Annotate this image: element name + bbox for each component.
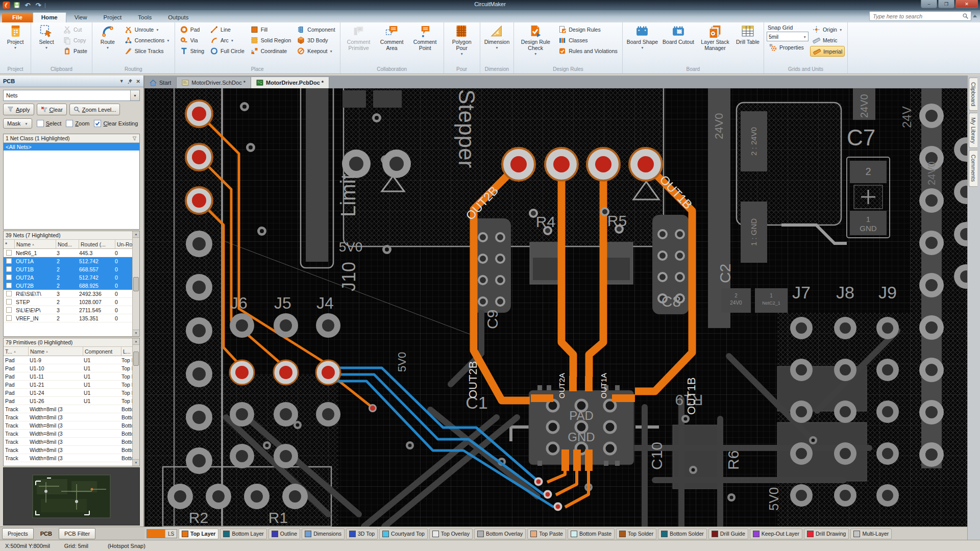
- nets-scrollbar[interactable]: ▲ ▼: [132, 231, 139, 336]
- table-row[interactable]: PadU1-24U1Top Lay: [4, 389, 133, 397]
- layer-tab-multi-layer[interactable]: Multi-Layer: [850, 529, 892, 539]
- primitives-scrollbar[interactable]: ▲ ▼: [132, 338, 139, 466]
- minimize-button[interactable]: –: [921, 0, 937, 8]
- metric-button[interactable]: Metric: [810, 35, 845, 45]
- doc-tab-schdoc[interactable]: MotorDriver.SchDoc *: [177, 77, 251, 88]
- table-row[interactable]: TrackWidth=8mil (3Bottom: [4, 413, 133, 421]
- table-row[interactable]: TrackWidth=8mil (3Bottom: [4, 405, 133, 413]
- copy-button[interactable]: Copy: [61, 35, 89, 45]
- zoom-level-button[interactable]: Zoom Level...: [69, 104, 120, 115]
- layer-tab-outline[interactable]: Outline: [268, 529, 300, 539]
- select-checkbox-row[interactable]: Select: [37, 120, 62, 127]
- layer-tab-bottom-paste[interactable]: Bottom Paste: [568, 529, 615, 539]
- scrollbar-thumb[interactable]: [133, 352, 139, 366]
- layer-tab-keep-out[interactable]: Keep-Out Layer: [750, 529, 802, 539]
- row-checkbox[interactable]: [6, 299, 12, 305]
- layer-tab-courtyard-top[interactable]: Courtyard Top: [379, 529, 428, 539]
- col-nodes[interactable]: Nod...: [56, 240, 79, 248]
- layer-tab-bottom-solder[interactable]: Bottom Solder: [658, 529, 707, 539]
- tab-comments[interactable]: Comments: [969, 150, 977, 186]
- maximize-button[interactable]: ❐: [938, 0, 954, 8]
- comment-point-button[interactable]: Comment Point: [409, 23, 441, 65]
- col-type[interactable]: T...▲: [4, 347, 29, 356]
- search-input[interactable]: [872, 13, 962, 20]
- row-checkbox[interactable]: [6, 283, 12, 288]
- 3d-body-button[interactable]: 3D Body: [295, 35, 337, 45]
- board-cutout-button[interactable]: Board Cutout: [661, 23, 696, 65]
- comment-area-button[interactable]: Comment Area: [376, 23, 408, 65]
- classes-button[interactable]: Classes: [556, 35, 620, 45]
- tab-view[interactable]: View: [66, 13, 95, 22]
- scroll-up-icon[interactable]: ▲: [133, 338, 139, 345]
- scroll-down-icon[interactable]: ▼: [133, 459, 139, 466]
- connections-button[interactable]: Connections▼: [122, 35, 172, 45]
- row-checkbox[interactable]: [6, 307, 12, 313]
- comment-primitive-button[interactable]: Comment Primitive: [343, 23, 375, 65]
- tab-projects[interactable]: Projects: [2, 528, 34, 539]
- layer-tab-bottom-overlay[interactable]: Bottom Overlay: [474, 529, 526, 539]
- dimension-button[interactable]: Dimension ▼: [483, 23, 511, 65]
- layer-tab-top-layer[interactable]: Top Layer: [179, 529, 218, 539]
- row-checkbox[interactable]: [6, 291, 12, 296]
- layer-stack-manager-button[interactable]: Layer Stack Manager: [697, 23, 733, 65]
- table-row[interactable]: R\E\S\E\T\32492.3360: [4, 290, 133, 298]
- table-row[interactable]: STEP21028.0070: [4, 298, 133, 306]
- zoom-checkbox-row[interactable]: Zoom: [66, 120, 89, 127]
- properties-button[interactable]: Properties: [767, 42, 808, 52]
- funnel-icon[interactable]: [132, 136, 137, 141]
- snap-grid-combo[interactable]: 5mil ▼: [767, 32, 808, 41]
- table-row[interactable]: S\L\E\E\P\32711.5450: [4, 306, 133, 314]
- layer-tab-top-solder[interactable]: Top Solder: [616, 529, 656, 539]
- clear-existing-checkbox[interactable]: [94, 120, 101, 127]
- project-button[interactable]: Project ▼: [3, 23, 28, 65]
- layer-tab-bottom-layer[interactable]: Bottom Layer: [220, 529, 266, 539]
- line-button[interactable]: Line: [208, 24, 247, 34]
- tab-clipboard[interactable]: Clipboard: [969, 78, 977, 111]
- row-checkbox[interactable]: [6, 266, 12, 272]
- row-checkbox[interactable]: [6, 250, 12, 256]
- table-row[interactable]: OUT1B2668.5570: [4, 265, 133, 273]
- table-row[interactable]: PadU1-11U1Top Lay: [4, 372, 133, 381]
- unroute-button[interactable]: Unroute▼: [122, 24, 172, 34]
- collapse-ribbon-icon[interactable]: [973, 15, 977, 17]
- doc-tab-start[interactable]: Start: [144, 77, 177, 88]
- scrollbar-thumb[interactable]: [133, 277, 139, 291]
- layer-tab-3d-top[interactable]: 3D Top: [346, 529, 378, 539]
- table-row[interactable]: TrackWidth=8mil (3Bottom: [4, 430, 133, 438]
- layer-tab-top-overlay[interactable]: Top Overlay: [429, 529, 473, 539]
- layer-tab-top-paste[interactable]: Top Paste: [527, 529, 566, 539]
- col-name[interactable]: Name▲: [15, 240, 56, 248]
- net-class-item-all-nets[interactable]: <All Nets>: [4, 143, 139, 151]
- tab-my-library[interactable]: My Library: [969, 113, 977, 148]
- col-routed[interactable]: Routed (...: [79, 240, 115, 248]
- string-button[interactable]: String: [178, 46, 206, 56]
- pad-button[interactable]: Pad: [178, 24, 206, 34]
- row-checkbox[interactable]: [6, 274, 12, 280]
- table-row[interactable]: OUT1A2512.7420: [4, 257, 133, 265]
- table-row[interactable]: PadU1-9U1Top Lay: [4, 356, 133, 364]
- table-row[interactable]: PadU1-26U1Top Lay: [4, 397, 133, 405]
- close-panel-icon[interactable]: ✕: [136, 79, 140, 84]
- table-row[interactable]: OUT2A2512.7420: [4, 273, 133, 282]
- tab-tools[interactable]: Tools: [130, 13, 160, 22]
- full-circle-button[interactable]: Full Circle: [208, 46, 247, 56]
- apply-button[interactable]: Apply: [3, 104, 34, 115]
- pcb-canvas[interactable]: Limit J10 Stepper R4 R5 J6 J5 J4 J7 J8 J…: [144, 88, 968, 527]
- table-row[interactable]: TrackWidth=8mil (3Bottom: [4, 446, 133, 454]
- row-checkbox[interactable]: [6, 315, 12, 321]
- select-button[interactable]: Select ▼: [34, 23, 59, 65]
- component-button[interactable]: Component: [295, 24, 337, 34]
- tab-outputs[interactable]: Outputs: [160, 13, 197, 22]
- tab-pcb[interactable]: PCB: [35, 528, 58, 539]
- clear-existing-checkbox-row[interactable]: Clear Existing: [94, 120, 138, 127]
- polygon-pour-button[interactable]: Polygon Pour ▼: [447, 23, 477, 65]
- fill-button[interactable]: Fill: [248, 24, 293, 34]
- coordinate-button[interactable]: Coordinate: [248, 46, 293, 56]
- layer-tab-drill-drawing[interactable]: Drill Drawing: [804, 529, 849, 539]
- board-shape-button[interactable]: Board Shape ▼: [625, 23, 659, 65]
- tab-project[interactable]: Project: [95, 13, 130, 22]
- paste-button[interactable]: Paste: [61, 46, 89, 56]
- slice-tracks-button[interactable]: Slice Tracks: [122, 46, 172, 56]
- table-row[interactable]: OUT2B2688.9250: [4, 282, 133, 290]
- via-button[interactable]: Via: [178, 35, 206, 45]
